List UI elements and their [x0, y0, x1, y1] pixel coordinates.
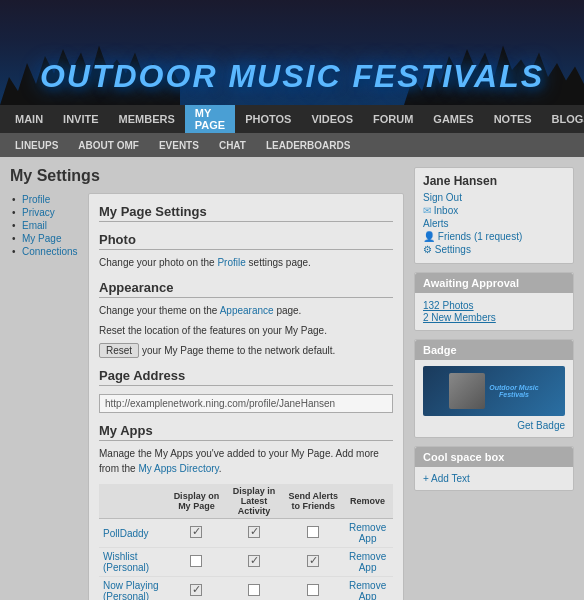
subnav-leaderboards[interactable]: LEADERBOARDS — [256, 133, 360, 157]
page-title: My Settings — [10, 167, 404, 185]
awaiting-photos[interactable]: 132 Photos — [423, 300, 565, 311]
appearance-line3: Reset your My Page theme to the network … — [99, 343, 393, 358]
cool-space-title: Cool space box — [415, 447, 573, 467]
nav-forum[interactable]: FORUM — [363, 105, 423, 133]
reset-button[interactable]: Reset — [99, 343, 139, 358]
nav-blogs[interactable]: BLOGS — [542, 105, 584, 133]
nav-notes[interactable]: NOTES — [484, 105, 542, 133]
user-box: Jane Hansen Sign Out ✉ Inbox Alerts 👤 Fr… — [414, 167, 574, 264]
sidebar: Jane Hansen Sign Out ✉ Inbox Alerts 👤 Fr… — [414, 167, 574, 600]
nav-connections[interactable]: Connections — [10, 245, 80, 258]
nav-videos[interactable]: VIDEOS — [301, 105, 363, 133]
subnav-chat[interactable]: CHAT — [209, 133, 256, 157]
user-name: Jane Hansen — [423, 174, 565, 188]
nav-mypage[interactable]: MY PAGE — [185, 105, 235, 133]
settings-nav: Profile Privacy Email My Page Connection… — [10, 193, 80, 600]
badge-title: Badge — [415, 340, 573, 360]
col-latest: Display in Latest Activity — [224, 484, 285, 519]
inbox-link[interactable]: ✉ Inbox — [423, 205, 565, 216]
cool-space-box: Cool space box + Add Text — [414, 446, 574, 491]
main-content: My Settings Profile Privacy Email My Pag… — [10, 167, 404, 600]
apps-directory-link[interactable]: My Apps Directory — [138, 463, 218, 474]
nav-privacy[interactable]: Privacy — [10, 206, 80, 219]
sub-nav: LINEUPS ABOUT OMF EVENTS CHAT LEADERBOAR… — [0, 133, 584, 157]
body-area: My Settings Profile Privacy Email My Pag… — [0, 157, 584, 600]
table-row: Wishlist (Personal) Remove App — [99, 548, 393, 577]
badge-avatar — [449, 373, 485, 409]
table-row: PollDaddy Remove App — [99, 519, 393, 548]
address-input[interactable] — [99, 394, 393, 413]
app-link-polldaddy[interactable]: PollDaddy — [103, 528, 149, 539]
checkbox-alerts-2[interactable] — [307, 555, 319, 567]
photo-section-title: Photo — [99, 232, 393, 250]
table-row: Now Playing (Personal) Remove App — [99, 577, 393, 601]
remove-app-3[interactable]: Remove App — [349, 580, 386, 600]
nav-games[interactable]: GAMES — [423, 105, 483, 133]
awaiting-members[interactable]: 2 New Members — [423, 312, 565, 323]
appearance-line2: Reset the location of the features on yo… — [99, 323, 393, 338]
remove-app-2[interactable]: Remove App — [349, 551, 386, 573]
appearance-section-title: Appearance — [99, 280, 393, 298]
appearance-link[interactable]: Appearance — [220, 305, 274, 316]
nav-members[interactable]: MEMBERS — [109, 105, 185, 133]
settings-main-title: My Page Settings — [99, 204, 393, 222]
get-badge-link[interactable]: Get Badge — [423, 420, 565, 431]
checkbox-latest-2[interactable] — [248, 555, 260, 567]
remove-app-1[interactable]: Remove App — [349, 522, 386, 544]
badge-image: Outdoor Music Festivals — [423, 366, 565, 416]
subnav-events[interactable]: EVENTS — [149, 133, 209, 157]
main-nav: MAIN INVITE MEMBERS MY PAGE PHOTOS VIDEO… — [0, 105, 584, 133]
checkbox-latest-3[interactable] — [248, 584, 260, 596]
col-app-name — [99, 484, 169, 519]
friends-link[interactable]: 👤 Friends (1 request) — [423, 231, 565, 242]
nav-email[interactable]: Email — [10, 219, 80, 232]
awaiting-title: Awaiting Approval — [415, 273, 573, 293]
badge-box: Badge Outdoor Music Festivals Get Badge — [414, 339, 574, 438]
col-display: Display on My Page — [169, 484, 223, 519]
nav-main[interactable]: MAIN — [5, 105, 53, 133]
alerts-link[interactable]: Alerts — [423, 218, 565, 229]
site-title: OUTDOOR MUSIC FESTIVALS — [40, 58, 544, 95]
address-section-title: Page Address — [99, 368, 393, 386]
photo-profile-link[interactable]: Profile — [217, 257, 245, 268]
app-link-wishlist[interactable]: Wishlist (Personal) — [103, 551, 149, 573]
subnav-lineups[interactable]: LINEUPS — [5, 133, 68, 157]
checkbox-latest-1[interactable] — [248, 526, 260, 538]
inbox-icon: ✉ — [423, 205, 431, 216]
apps-table: Display on My Page Display in Latest Act… — [99, 484, 393, 600]
checkbox-alerts-1[interactable] — [307, 526, 319, 538]
appearance-line1: Change your theme on the Appearance page… — [99, 303, 393, 318]
apps-section-title: My Apps — [99, 423, 393, 441]
signout-link[interactable]: Sign Out — [423, 192, 565, 203]
nav-photos[interactable]: PHOTOS — [235, 105, 301, 133]
header-banner: OUTDOOR MUSIC FESTIVALS — [0, 0, 584, 105]
add-text-link[interactable]: + Add Text — [423, 473, 470, 484]
checkbox-display-2[interactable] — [190, 555, 202, 567]
nav-invite[interactable]: INVITE — [53, 105, 108, 133]
settings-link[interactable]: ⚙ Settings — [423, 244, 565, 255]
checkbox-alerts-3[interactable] — [307, 584, 319, 596]
awaiting-box: Awaiting Approval 132 Photos 2 New Membe… — [414, 272, 574, 331]
nav-mypage-settings[interactable]: My Page — [10, 232, 80, 245]
app-link-nowplaying[interactable]: Now Playing (Personal) — [103, 580, 159, 600]
checkbox-display-3[interactable] — [190, 584, 202, 596]
photo-description: Change your photo on the Profile setting… — [99, 255, 393, 270]
badge-site-name: Outdoor Music Festivals — [489, 384, 538, 398]
col-remove: Remove — [342, 484, 393, 519]
subnav-aboutomf[interactable]: ABOUT OMF — [68, 133, 149, 157]
col-alerts: Send Alerts to Friends — [284, 484, 342, 519]
checkbox-display-1[interactable] — [190, 526, 202, 538]
nav-profile[interactable]: Profile — [10, 193, 80, 206]
apps-description: Manage the My Apps you've added to your … — [99, 446, 393, 476]
settings-content: My Page Settings Photo Change your photo… — [88, 193, 404, 600]
